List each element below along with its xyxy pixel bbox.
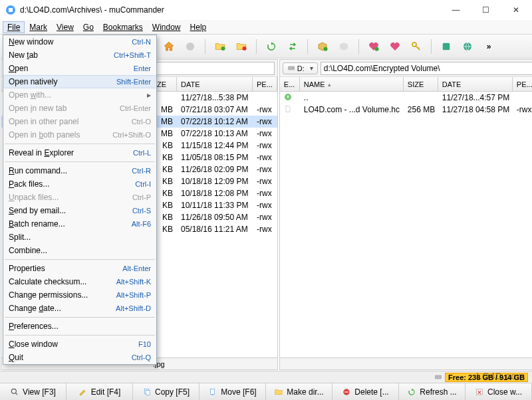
menu-go[interactable]: Go: [78, 21, 98, 33]
globe-disabled-icon: [182, 39, 198, 54]
right-col-name[interactable]: NAME: [300, 77, 404, 91]
table-row[interactable]: LO4D.com - ...d Volume.hc 256 MB 11/27/1…: [280, 104, 532, 116]
server-icon[interactable]: [438, 39, 454, 54]
menu-open-in-both-panels: Open in both panelsCtrl+Shift-O: [3, 128, 156, 142]
menu-file[interactable]: File: [3, 21, 25, 33]
menu-reveal-in-explorer[interactable]: Reveal in ExplorerCtrl-L: [3, 146, 156, 159]
file-menu-dropdown: New windowCtrl-NNew tabCtrl+Shift-TOpenE…: [3, 35, 157, 365]
svg-point-4: [243, 47, 247, 50]
left-col-date[interactable]: DATE: [177, 77, 253, 91]
menu-calculate-checksum[interactable]: Calculate checksum...Alt+Shift-K: [3, 275, 156, 288]
titlebar: d:\LO4D.com\Archives\ - muCommander — ☐ …: [0, 0, 532, 20]
menu-run-command[interactable]: Run command...Ctrl-R: [3, 164, 156, 177]
edit-button[interactable]: Edit [F4]: [66, 383, 133, 400]
svg-rect-1: [9, 8, 13, 12]
right-rows[interactable]: .. 11/27/18...4:57 PM LO4D.com - ...d Vo…: [280, 92, 532, 357]
menu-bookmarks[interactable]: Bookmarks: [98, 21, 148, 33]
menu-new-window[interactable]: New windowCtrl-N: [3, 35, 156, 49]
right-pathbar: D: ▾: [280, 60, 532, 77]
minimize-button[interactable]: —: [441, 1, 471, 19]
menu-window[interactable]: Window: [148, 21, 186, 33]
bottom-buttons: View [F3] Edit [F4] Copy [F5] Move [F6] …: [0, 383, 532, 400]
menu-open-in-new-tab: Open in new tabCtrl-Enter: [3, 102, 156, 115]
watermark: LO4D.com: [476, 371, 525, 381]
menu-batch-rename[interactable]: Batch rename...Alt-F6: [3, 217, 156, 231]
file-icon: [284, 104, 293, 114]
drive-icon: [287, 64, 295, 73]
right-path-input[interactable]: [321, 62, 532, 75]
copy-button[interactable]: Copy [F5]: [133, 383, 200, 400]
menu-properties[interactable]: PropertiesAlt-Enter: [3, 262, 156, 275]
menu-quit[interactable]: QuitCtrl-Q: [3, 351, 156, 364]
heart-add-icon[interactable]: [366, 39, 382, 54]
svg-rect-18: [146, 390, 150, 395]
move-button[interactable]: Move [F6]: [200, 383, 266, 400]
menu-preferences[interactable]: Preferences...: [3, 320, 156, 333]
maximize-button[interactable]: ☐: [471, 1, 501, 19]
disk-icon: [434, 373, 442, 382]
right-pane: D: ▾ E... NAME SIZE DATE PE... .. 11/27/…: [279, 59, 532, 370]
right-table-header: E... NAME SIZE DATE PE...: [280, 77, 532, 92]
refresh-icon[interactable]: [263, 39, 279, 54]
svg-point-3: [221, 47, 225, 50]
menu-change-permissions[interactable]: Change permissions...Alt+Shift-P: [3, 288, 156, 302]
view-button[interactable]: View [F3]: [0, 383, 66, 400]
menu-combine[interactable]: Combine...: [3, 244, 156, 257]
menu-view[interactable]: View: [52, 21, 78, 33]
app-icon: [5, 5, 16, 15]
table-row[interactable]: .. 11/27/18...4:57 PM: [280, 92, 532, 104]
svg-point-5: [324, 47, 328, 50]
web-icon[interactable]: [460, 39, 475, 54]
menu-help[interactable]: Help: [186, 21, 211, 33]
svg-rect-8: [443, 43, 450, 50]
menu-split[interactable]: Split...: [3, 231, 156, 244]
menu-change-date[interactable]: Change date...Alt+Shift-D: [3, 302, 156, 315]
svg-point-7: [412, 43, 416, 47]
right-col-ext[interactable]: E...: [280, 77, 300, 91]
toolbar-overflow[interactable]: »: [481, 39, 497, 54]
svg-point-13: [293, 68, 293, 68]
menu-mark[interactable]: Mark: [25, 21, 52, 33]
menu-open-with: Open with...▸: [3, 88, 156, 102]
swap-panels-icon[interactable]: [285, 39, 301, 54]
chevron-down-icon: ▾: [310, 64, 313, 72]
close-window-button[interactable]: Close w...: [466, 383, 532, 400]
heart-icon[interactable]: [387, 39, 403, 54]
menubar: File Mark View Go Bookmarks Window Help: [0, 20, 532, 35]
mkdir-button[interactable]: Make dir...: [266, 383, 332, 400]
key-icon[interactable]: [408, 39, 424, 54]
refresh-button[interactable]: Refresh ...: [399, 383, 466, 400]
menu-unpack-files: Unpack files...Ctrl-P: [3, 191, 156, 204]
svg-rect-15: [436, 375, 442, 379]
right-col-date[interactable]: DATE: [438, 77, 513, 91]
svg-point-6: [375, 47, 379, 50]
left-col-perm[interactable]: PE...: [253, 77, 277, 91]
menu-open-natively[interactable]: Open nativelyShift-Enter: [3, 75, 156, 88]
menu-open-in-other-panel: Open in other panelCtrl-O: [3, 115, 156, 128]
right-col-size[interactable]: SIZE: [404, 77, 438, 91]
box-disabled-icon: [336, 39, 352, 54]
box-add-icon[interactable]: [315, 39, 331, 54]
window-title: d:\LO4D.com\Archives\ - muCommander: [20, 5, 441, 15]
right-drive-selector[interactable]: D: ▾: [283, 62, 318, 74]
folder-new-icon[interactable]: [212, 39, 228, 54]
right-status: [280, 357, 532, 369]
statusbar: Free: 238 GB / 914 GB: [0, 371, 532, 383]
folder-delete-icon[interactable]: [233, 39, 249, 54]
menu-new-tab[interactable]: New tabCtrl+Shift-T: [3, 49, 156, 62]
svg-point-2: [186, 43, 194, 50]
svg-rect-19: [211, 389, 215, 394]
close-button[interactable]: ✕: [501, 1, 531, 19]
menu-close-window[interactable]: Close windowF10: [3, 338, 156, 351]
right-col-perm[interactable]: PE...: [513, 77, 532, 91]
home-icon[interactable]: [161, 39, 177, 54]
menu-open[interactable]: OpenEnter: [3, 62, 156, 75]
up-icon: [284, 92, 293, 102]
menu-send-by-email[interactable]: Send by email...Ctrl-S: [3, 204, 156, 217]
svg-rect-21: [344, 391, 348, 392]
delete-button[interactable]: Delete [...: [332, 383, 399, 400]
menu-pack-files[interactable]: Pack files...Ctrl-I: [3, 177, 156, 191]
